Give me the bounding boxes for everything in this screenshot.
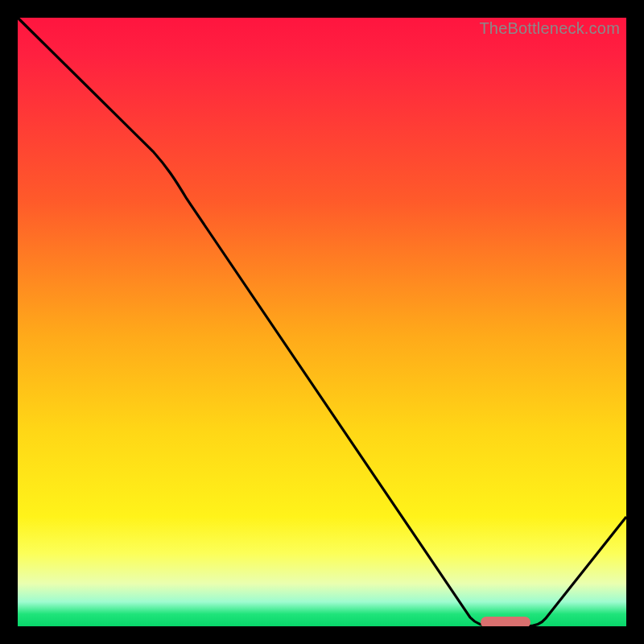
marker-pill [481, 617, 530, 626]
optimal-range-marker [18, 18, 626, 626]
chart-frame: TheBottleneck.com [0, 0, 644, 644]
gradient-plot-area: TheBottleneck.com [18, 18, 626, 626]
watermark-text: TheBottleneck.com [479, 19, 620, 38]
